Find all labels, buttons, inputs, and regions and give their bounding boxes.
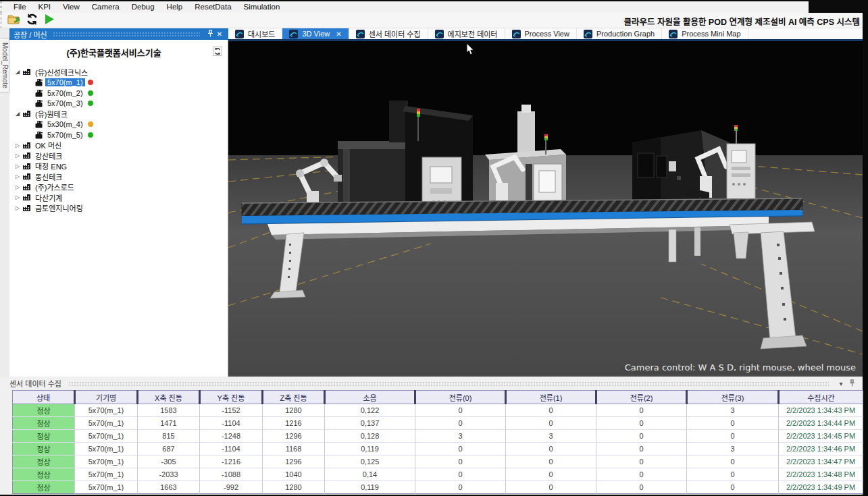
tab-label: Process Mini Map: [682, 30, 740, 38]
menu-item-resetdata[interactable]: ResetData: [188, 1, 237, 13]
table-row[interactable]: 정상5x70(m_1)1583-115212800,12200032/2/202…: [13, 404, 863, 417]
expand-arrow-icon[interactable]: ▷: [14, 142, 22, 148]
status-cell: 정상: [13, 417, 75, 430]
model-remote-side-tab[interactable]: Model_Remote: [0, 38, 9, 93]
column-header-1[interactable]: 기기명: [75, 391, 138, 404]
table-row[interactable]: 정상5x70(m_1)1663-99212800,11900002/2/2023…: [13, 481, 863, 494]
pin-icon[interactable]: [205, 30, 215, 38]
reset-data-button[interactable]: [24, 13, 40, 28]
expand-arrow-icon[interactable]: ▷: [14, 194, 22, 200]
tree-item--주-가스로드[interactable]: ▷(주)가스로드: [14, 182, 228, 193]
table-row[interactable]: 정상5x70(m_1)-305-121612960,12500002/2/202…: [13, 456, 863, 468]
tab-센서-데이터-수집[interactable]: 센서 데이터 수집: [349, 28, 428, 39]
sensor-data-table[interactable]: 상태기기명X축 진동Y축 진동Z축 진동소음전류(0)전류(1)전류(2)전류(…: [12, 390, 863, 494]
tab-process-view[interactable]: Process View: [505, 28, 577, 39]
status-cell: 정상: [13, 404, 75, 417]
tree-item-5x30-m_4-[interactable]: 5x30(m_4): [14, 119, 228, 130]
menu-item-view[interactable]: View: [57, 1, 86, 13]
tree-item-label: 5x70(m_3): [45, 99, 85, 107]
tab-production-graph[interactable]: Production Graph: [577, 28, 662, 39]
tree-item-다산기계[interactable]: ▷다산기계: [14, 192, 228, 203]
status-cell: 정상: [13, 430, 75, 443]
panel-header-texture: [68, 381, 829, 386]
tree-panel-title: 공장 / 머신: [14, 29, 47, 40]
table-row[interactable]: 정상5x70(m_1)815-124812960,12833002/2/2023…: [13, 430, 863, 443]
data-cell: -1088: [200, 468, 263, 481]
tree-item-강산테크[interactable]: ▷강산테크: [14, 150, 228, 161]
tree-item-5x70-m_5-[interactable]: 5x70(m_5): [14, 130, 228, 140]
status-cell: 정상: [13, 456, 75, 468]
tree-item-동신테크[interactable]: ▷동신테크: [14, 171, 228, 182]
expand-arrow-icon[interactable]: ▷: [14, 205, 22, 211]
close-icon[interactable]: ✕: [336, 30, 341, 38]
collapse-arrow-icon[interactable]: ◢: [14, 111, 22, 117]
expand-arrow-icon[interactable]: ▷: [14, 173, 22, 180]
tree-item-금토엔지니어링[interactable]: ▷금토엔지니어링: [14, 203, 228, 214]
data-cell: 0: [596, 468, 687, 481]
expand-arrow-icon[interactable]: ▷: [14, 184, 22, 190]
tab-대시보드[interactable]: 대시보드: [228, 28, 282, 39]
expand-arrow-icon[interactable]: ▷: [14, 163, 22, 169]
table-row[interactable]: 정상5x70(m_1)-2033-108810400,1400002/2/202…: [13, 468, 863, 481]
tree-item-대정-eng[interactable]: ▷대정 ENG: [14, 161, 228, 172]
machine-icon: [34, 120, 43, 128]
pin-icon[interactable]: [846, 379, 857, 388]
expand-arrow-icon[interactable]: ▷: [14, 153, 22, 159]
close-icon[interactable]: ✕: [215, 30, 224, 38]
column-header-6[interactable]: 전류(0): [415, 391, 506, 404]
status-cell: 정상: [13, 481, 75, 494]
column-header-5[interactable]: 소음: [325, 391, 415, 404]
column-header-4[interactable]: Z축 진동: [263, 391, 325, 404]
data-cell: 3: [415, 430, 506, 443]
column-header-3[interactable]: Y축 진동: [200, 391, 263, 404]
menu-item-simulation[interactable]: Simulation: [238, 1, 286, 13]
data-cell: 0: [506, 468, 596, 481]
menu-item-debug[interactable]: Debug: [126, 1, 161, 13]
menu-item-camera[interactable]: Camera: [86, 1, 126, 13]
tab-process-mini-map[interactable]: Process Mini Map: [662, 28, 748, 39]
tree-item-label: OK 머신: [33, 140, 63, 150]
column-header-10[interactable]: 수집시간: [779, 391, 863, 404]
3d-viewport[interactable]: Camera control: W A S D, right mouse, wh…: [228, 41, 863, 377]
data-cell: 5x70(m_1): [75, 468, 138, 481]
data-cell: 0: [506, 404, 596, 417]
tree-item-label: 강산테크: [33, 150, 64, 161]
tree-refresh-icon[interactable]: [213, 47, 222, 59]
tree-item--유-신성테크닉스[interactable]: ◢(유)신성테크닉스: [14, 67, 228, 78]
tree-item-ok-머신[interactable]: ▷OK 머신: [14, 140, 228, 151]
tree-item-5x70-m_1-[interactable]: 5x70(m_1): [14, 78, 228, 88]
column-header-8[interactable]: 전류(2): [596, 391, 687, 404]
data-cell: 1040: [263, 468, 325, 481]
tree-item-label: 다산기계: [33, 192, 64, 203]
chevron-down-icon[interactable]: ▾: [836, 380, 846, 387]
column-header-0[interactable]: 상태: [13, 391, 75, 404]
data-cell: 0: [415, 417, 506, 430]
status-dot-yellow: [88, 121, 93, 127]
collapse-arrow-icon[interactable]: ◢: [14, 69, 22, 75]
run-simulation-button[interactable]: [41, 13, 57, 28]
menu-item-kpi[interactable]: KPI: [32, 1, 57, 13]
3d-scene: [228, 41, 863, 377]
data-cell: 3: [506, 430, 596, 443]
status-cell: 정상: [13, 468, 75, 481]
data-cell: 687: [138, 443, 200, 456]
table-row[interactable]: 정상5x70(m_1)1471-110412160,13700002/2/202…: [13, 417, 863, 430]
tab-3d-view[interactable]: 3D View✕: [282, 28, 349, 39]
tree-panel-header: 공장 / 머신 ✕: [9, 28, 228, 40]
column-header-2[interactable]: X축 진동: [138, 391, 200, 404]
factory-icon: [22, 173, 31, 180]
tree-item-5x70-m_3-[interactable]: 5x70(m_3): [14, 99, 228, 109]
tree-item--유-원테크[interactable]: ◢(유)원테크: [14, 109, 228, 119]
menu-item-file[interactable]: File: [7, 1, 32, 13]
tab-에지보전-데이터[interactable]: 에지보전 데이터: [428, 28, 505, 39]
tree-item-label: 대정 ENG: [33, 161, 69, 171]
tree-item-5x70-m_2-[interactable]: 5x70(m_2): [14, 88, 228, 99]
viewport-tab-icon: [669, 30, 678, 38]
menu-item-help[interactable]: Help: [161, 1, 189, 13]
column-header-9[interactable]: 전류(3): [687, 391, 779, 404]
open-folder-button[interactable]: [6, 13, 22, 28]
mouse-cursor: [466, 43, 476, 55]
table-row[interactable]: 정상5x70(m_1)687-110411680,11900032/2/2023…: [13, 443, 863, 456]
data-cell: 0: [415, 468, 506, 481]
column-header-7[interactable]: 전류(1): [506, 391, 596, 404]
